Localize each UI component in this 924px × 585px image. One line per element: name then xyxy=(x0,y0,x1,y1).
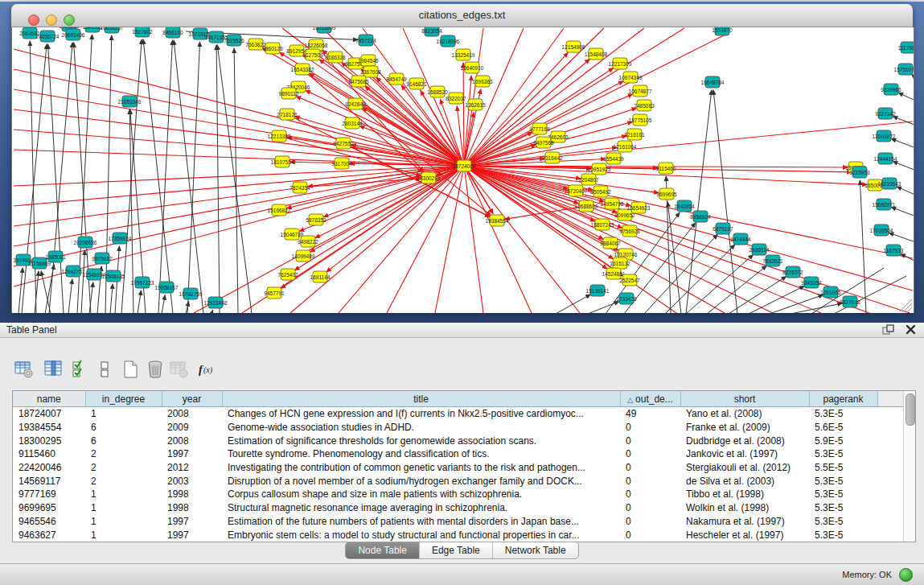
graph-node[interactable]: 9699695 xyxy=(656,188,677,200)
graph-node[interactable]: 9777169 xyxy=(529,123,550,134)
graph-node[interactable]: 9756928 xyxy=(619,225,640,237)
graph-node[interactable]: 9860128 xyxy=(262,43,283,54)
column-header-year[interactable]: year xyxy=(162,391,222,407)
graph-node[interactable]: 17359924 xyxy=(109,233,132,244)
graph-node[interactable]: 1640954 xyxy=(674,200,695,212)
function-builder-icon[interactable]: f(x) xyxy=(195,358,218,381)
table-row[interactable]: 1872400712008Changes of HCN gene express… xyxy=(13,407,903,421)
graph-node[interactable]: 1167533 xyxy=(884,245,904,256)
table-row[interactable]: 977716911998Corpus callosum shape and si… xyxy=(13,488,903,501)
table-row[interactable]: 946554611997Estimation of the future num… xyxy=(13,515,903,529)
graph-node[interactable]: 12154908 xyxy=(562,41,585,52)
graph-node[interactable]: 8958924 xyxy=(690,211,711,222)
graph-node[interactable]: 13325419 xyxy=(452,49,475,60)
graph-node[interactable]: 9884067 xyxy=(600,237,621,249)
graph-node[interactable]: 12942757 xyxy=(62,266,85,277)
tab-edge-table[interactable]: Edge Table xyxy=(419,542,492,558)
column-header-pagerank[interactable]: pagerank xyxy=(809,391,877,407)
graph-node[interactable]: 7515526 xyxy=(224,35,244,46)
graph-node[interactable]: 15751074 xyxy=(894,64,914,75)
memory-status-indicator[interactable] xyxy=(899,568,913,582)
graph-node[interactable]: 9215953 xyxy=(849,167,870,178)
table-row[interactable]: 911546021997Tourette syndrome. Phenomeno… xyxy=(13,447,903,461)
delete-table-icon[interactable] xyxy=(168,358,191,381)
graph-node[interactable]: 15692971 xyxy=(873,199,896,210)
graph-node[interactable]: 15166822 xyxy=(268,204,291,216)
delete-column-icon[interactable] xyxy=(144,358,166,381)
graph-node[interactable]: 11548408 xyxy=(585,48,608,60)
graph-node[interactable]: 9457791 xyxy=(264,287,285,299)
graph-node[interactable]: 7824354 xyxy=(290,182,310,193)
graph-node[interactable]: 1615132 xyxy=(610,257,630,269)
graph-node[interactable]: 1362615 xyxy=(465,99,486,110)
graph-node[interactable]: 8276702 xyxy=(782,266,803,278)
column-header-title[interactable]: title xyxy=(222,391,620,407)
graph-node[interactable]: 2935114 xyxy=(749,244,770,255)
network-canvas[interactable]: 1872400718300295193845542063581240557241… xyxy=(11,27,914,313)
table-row[interactable]: 946362711997Embryonic stem cells: a mode… xyxy=(13,528,903,542)
table-row[interactable]: 1938455462009Genome-wide association stu… xyxy=(13,421,903,435)
graph-node[interactable]: 16782759 xyxy=(179,288,203,299)
graph-node[interactable]: 9474444 xyxy=(730,233,751,245)
table-row[interactable]: 1456911722003Disruption of a novel membe… xyxy=(13,474,903,488)
graph-node[interactable]: 1696363 xyxy=(472,76,493,87)
graph-node[interactable]: 12217309 xyxy=(609,58,632,69)
new-column-icon[interactable] xyxy=(120,358,142,381)
graph-node[interactable]: 21053346 xyxy=(118,96,142,107)
graph-node[interactable]: 8322037 xyxy=(446,93,466,104)
float-panel-icon[interactable] xyxy=(882,324,894,335)
graph-node[interactable]: 18775105 xyxy=(629,114,652,126)
graph-node[interactable]: 9890112 xyxy=(279,88,299,99)
graph-node[interactable]: 10674877 xyxy=(629,85,652,97)
graph-node[interactable]: 9975887 xyxy=(92,253,113,264)
graph-node[interactable]: 8427552 xyxy=(333,138,354,149)
graph-node[interactable]: 18107554 xyxy=(271,156,294,167)
graph-node[interactable]: 8813054 xyxy=(421,27,442,36)
tab-network-table[interactable]: Network Table xyxy=(492,542,578,558)
graph-node[interactable]: 16640910 xyxy=(461,62,484,73)
table-scrollbar[interactable] xyxy=(903,391,915,542)
graph-node[interactable]: 10653257 xyxy=(101,27,124,33)
graph-node[interactable]: 1527602 xyxy=(132,27,153,37)
graph-node[interactable]: 9127509 xyxy=(302,49,323,60)
graph-node[interactable]: 16543382 xyxy=(291,64,314,75)
table-row[interactable]: 1830029562008Estimation of significance … xyxy=(13,434,903,447)
row-selection-icon[interactable] xyxy=(69,358,92,381)
graph-node[interactable]: 8466160 xyxy=(162,27,183,38)
graph-node[interactable]: 17016504 xyxy=(870,225,893,236)
column-header-name[interactable]: name xyxy=(13,391,85,407)
graph-node[interactable]: 2316442 xyxy=(542,152,563,163)
graph-node[interactable]: 5878352 xyxy=(306,214,326,225)
table-scrollbar-thumb[interactable] xyxy=(906,393,915,426)
table-row[interactable]: 969969511998Structural magnetic resonanc… xyxy=(13,501,903,515)
graph-node[interactable]: 1688520 xyxy=(427,86,448,97)
graph-node[interactable]: 2803144 xyxy=(342,117,363,129)
close-panel-icon[interactable] xyxy=(906,324,916,335)
graph-node[interactable]: 8475685 xyxy=(348,76,369,87)
graph-node[interactable]: 1554439 xyxy=(603,153,624,164)
graph-node[interactable]: 2718126 xyxy=(277,109,298,120)
graph-node[interactable]: 1733426 xyxy=(616,293,637,304)
graph-node[interactable]: 9227342 xyxy=(875,108,896,119)
graph-node[interactable]: 8454749 xyxy=(386,73,407,84)
graph-node[interactable]: 9317004 xyxy=(331,158,352,169)
graph-node[interactable]: 9115460 xyxy=(656,163,676,174)
graph-node[interactable]: 2204807 xyxy=(578,174,599,185)
graph-node[interactable]: 9146821 xyxy=(406,78,427,89)
graph-node[interactable]: 16033809 xyxy=(313,27,336,33)
table-options-icon[interactable] xyxy=(13,358,35,381)
graph-node[interactable]: 9329966 xyxy=(881,84,901,95)
column-header-short[interactable]: short xyxy=(680,391,809,407)
graph-node[interactable]: 8216161 xyxy=(624,129,645,140)
graph-node[interactable]: 2522547 xyxy=(619,274,640,286)
graph-node[interactable]: 20206586 xyxy=(74,237,97,248)
column-header-out_de[interactable]: △out_de... xyxy=(620,391,680,407)
graph-node[interactable]: 16648784 xyxy=(701,76,725,88)
graph-node[interactable]: 1691144 xyxy=(310,271,331,282)
graph-node[interactable]: 8505492 xyxy=(590,186,611,197)
graph-node[interactable]: 12093872 xyxy=(873,130,896,142)
graph-node[interactable]: 7625402 xyxy=(277,269,298,280)
graph-node[interactable]: 12444154 xyxy=(874,153,897,164)
table-row[interactable]: 2242004622012Investigating the contribut… xyxy=(13,461,903,475)
graph-node[interactable]: 15136141 xyxy=(586,285,610,296)
